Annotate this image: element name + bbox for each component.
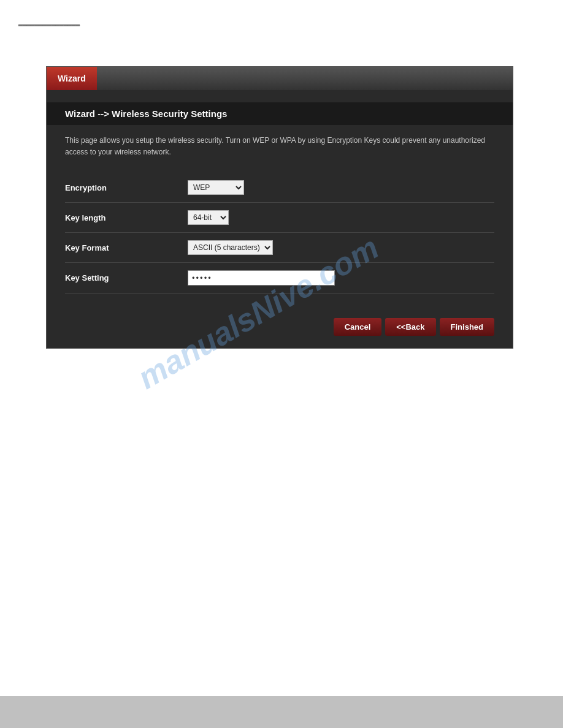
settings-form: Encryption None WEP WPA-PSK WPA2-PSK Key… (65, 173, 494, 294)
key-setting-label: Key Setting (65, 263, 188, 294)
key-setting-cell (188, 263, 494, 294)
key-length-row: Key length 64-bit 128-bit (65, 203, 494, 233)
finished-button[interactable]: Finished (440, 318, 494, 336)
key-format-label: Key Format (65, 233, 188, 263)
encryption-select[interactable]: None WEP WPA-PSK WPA2-PSK (188, 180, 244, 195)
key-format-cell: ASCII (5 characters) Hex (10 characters) (188, 233, 494, 263)
encryption-cell: None WEP WPA-PSK WPA2-PSK (188, 173, 494, 203)
key-setting-row: Key Setting (65, 263, 494, 294)
key-length-label: Key length (65, 203, 188, 233)
cancel-button[interactable]: Cancel (334, 318, 382, 336)
key-format-row: Key Format ASCII (5 characters) Hex (10 … (65, 233, 494, 263)
key-length-select[interactable]: 64-bit 128-bit (188, 210, 229, 225)
bottom-bar (0, 696, 563, 728)
key-setting-input[interactable] (188, 270, 335, 286)
wizard-tab[interactable]: Wizard (47, 67, 97, 90)
wizard-panel: Wizard Wizard --> Wireless Security Sett… (46, 66, 513, 349)
page-title: Wizard --> Wireless Security Settings (65, 108, 494, 119)
encryption-row: Encryption None WEP WPA-PSK WPA2-PSK (65, 173, 494, 203)
header-bar: Wizard (47, 67, 513, 90)
back-button[interactable]: <<Back (385, 318, 435, 336)
key-format-select[interactable]: ASCII (5 characters) Hex (10 characters) (188, 240, 273, 255)
buttons-area: Cancel <<Back Finished (65, 312, 494, 336)
page-description: This page allows you setup the wireless … (65, 135, 494, 158)
key-length-cell: 64-bit 128-bit (188, 203, 494, 233)
page-title-bar: Wizard --> Wireless Security Settings (47, 102, 513, 125)
encryption-label: Encryption (65, 173, 188, 203)
content-area: Wizard --> Wireless Security Settings Th… (47, 90, 513, 348)
top-link[interactable]: _______________ (18, 17, 80, 26)
